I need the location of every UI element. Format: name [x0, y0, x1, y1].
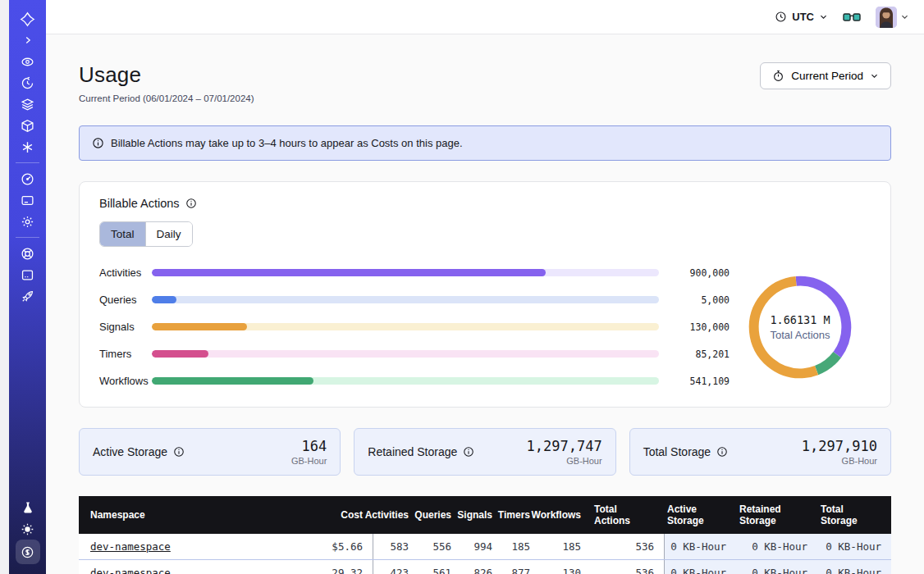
bar-fill	[152, 296, 176, 303]
retained-storage-card: Retained Storage 1,297,747 GB-Hour	[354, 428, 615, 476]
bar-row-timers: Timers 85,201	[99, 348, 730, 360]
sidebar-item-insights[interactable]	[16, 51, 40, 72]
timezone-selector[interactable]: UTC	[775, 11, 828, 23]
theme-toggle-button[interactable]	[16, 518, 40, 540]
temporal-logo[interactable]	[16, 8, 40, 30]
sidebar-item-namespaces[interactable]	[16, 115, 40, 136]
donut-total-value: 1.66131 M	[770, 313, 830, 326]
collapse-sidebar-button[interactable]	[16, 30, 40, 51]
bar-label: Timers	[99, 348, 152, 360]
total-storage-card: Total Storage 1,297,910 GB-Hour	[629, 428, 891, 476]
col-cost: Cost	[292, 496, 373, 534]
storage-card-unit: GB-Hour	[802, 456, 877, 466]
bar-label: Workflows	[99, 375, 152, 387]
sidebar-item-support[interactable]	[16, 243, 40, 264]
bar-fill	[152, 377, 313, 385]
bar-value: 541,109	[659, 376, 730, 387]
chevron-down-icon	[819, 12, 828, 21]
cell-retained-storage: 0 KB-Hour	[736, 560, 817, 574]
bar-label: Activities	[99, 266, 152, 279]
cell-timers: 877	[502, 560, 540, 574]
bar-label: Queries	[99, 294, 152, 306]
cell-retained-storage: 0 KB-Hour	[736, 534, 817, 559]
total-daily-toggle: Total Daily	[99, 221, 193, 247]
clock-icon	[775, 11, 787, 23]
sidebar-item-getting-started[interactable]	[16, 285, 40, 307]
table-header-row: Namespace Cost Activities Queries Signal…	[79, 496, 891, 534]
sidebar-item-deployments[interactable]	[16, 93, 40, 115]
cell-total-storage: 0 KB-Hour	[817, 560, 891, 574]
cell-workflows: 130	[540, 560, 591, 574]
bar-track	[152, 377, 659, 385]
donut-chart: 1.66131 M Total Actions	[747, 274, 853, 380]
bar-row-signals: Signals 130,000	[99, 321, 730, 333]
sidebar-item-usage-dashboard[interactable]	[16, 168, 40, 189]
sidebar-item-nexus[interactable]	[16, 136, 40, 157]
topbar: UTC	[46, 0, 924, 34]
col-retained-storage: Retained Storage	[736, 496, 817, 534]
sidebar-item-labs[interactable]	[16, 497, 40, 518]
cell-active-storage: 0 KB-Hour	[664, 560, 736, 574]
chevron-down-icon	[870, 71, 879, 80]
bar-track	[152, 350, 659, 358]
user-menu[interactable]	[876, 7, 909, 28]
cell-cost: 29.32	[292, 560, 373, 574]
sidebar-item-settings[interactable]	[16, 211, 40, 232]
tab-total[interactable]: Total	[100, 222, 145, 246]
cube-icon	[21, 119, 34, 133]
sidebar-item-usage-billing-active[interactable]	[16, 540, 40, 564]
sidebar-item-schedules[interactable]	[16, 72, 40, 93]
storage-card-label: Retained Storage	[368, 445, 457, 458]
chevron-down-icon	[900, 12, 909, 21]
namespace-usage-table: Namespace Cost Activities Queries Signal…	[79, 496, 891, 574]
sun-icon	[21, 522, 34, 536]
table-row: dev-namespace 29.32 423 561 826 877 130 …	[79, 559, 891, 574]
active-storage-card: Active Storage 164 GB-Hour	[79, 428, 341, 476]
bar-row-workflows: Workflows 541,109	[99, 375, 730, 387]
col-total-actions: Total Actions	[591, 496, 664, 534]
cell-cost: $5.66	[292, 534, 373, 559]
table-body: dev-namespace $5.66 583 556 994 185 185 …	[79, 534, 891, 574]
col-namespace: Namespace	[79, 496, 292, 534]
banner-text: Billable Actions may take up to 3–4 hour…	[111, 137, 463, 149]
total-storage-info-icon[interactable]	[716, 446, 728, 458]
page-header: Usage Current Period (06/01/2024 – 07/01…	[79, 62, 891, 103]
bar-track	[152, 269, 659, 276]
stopwatch-icon	[772, 70, 784, 82]
storage-card-value: 164	[291, 438, 327, 454]
storage-card-label: Active Storage	[93, 445, 167, 458]
bar-value: 85,201	[659, 348, 730, 360]
cell-active-storage: 0 KB-Hour	[664, 534, 736, 559]
bar-row-activities: Activities 900,000	[99, 266, 730, 279]
glasses-icon	[843, 11, 861, 23]
sidebar-item-feedback[interactable]	[16, 264, 40, 285]
dollar-coin-icon	[21, 545, 34, 559]
temporal-logo-icon	[20, 11, 35, 27]
namespace-link[interactable]: dev-namespace	[90, 567, 171, 574]
donut-chart-area: 1.66131 M Total Actions	[730, 266, 871, 387]
credit-card-icon	[21, 194, 34, 207]
bar-fill	[152, 350, 208, 358]
col-active-storage: Active Storage	[664, 496, 736, 534]
page-title: Usage	[79, 62, 254, 88]
period-selector-button[interactable]: Current Period	[760, 62, 891, 89]
bar-row-queries: Queries 5,000	[99, 294, 730, 306]
bar-value: 5,000	[659, 294, 730, 306]
storage-card-value: 1,297,910	[802, 438, 877, 454]
col-activities: Activities	[373, 496, 419, 534]
cell-signals: 994	[461, 534, 502, 559]
tab-daily[interactable]: Daily	[145, 222, 192, 246]
asterisk-icon	[21, 140, 34, 154]
sidebar-divider	[16, 237, 39, 238]
content: Usage Current Period (06/01/2024 – 07/01…	[46, 62, 924, 574]
sidebar-item-billing[interactable]	[16, 189, 40, 211]
cell-queries: 556	[419, 534, 461, 559]
billable-info-icon[interactable]	[185, 198, 197, 209]
accessibility-glasses-button[interactable]	[843, 11, 861, 23]
bar-track	[152, 296, 659, 303]
active-storage-info-icon[interactable]	[173, 446, 185, 458]
retained-storage-info-icon[interactable]	[463, 446, 474, 458]
eye-icon	[21, 55, 34, 69]
layers-icon	[21, 98, 34, 112]
namespace-link[interactable]: dev-namespace	[90, 540, 171, 553]
